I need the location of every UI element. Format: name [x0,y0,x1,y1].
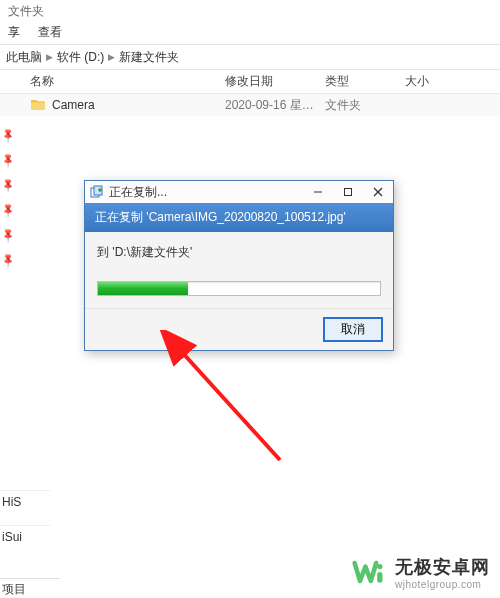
pin-icon: 📌 [0,228,14,243]
pin-icon: 📌 [0,253,14,268]
svg-point-7 [377,564,382,569]
dialog-banner: 正在复制 'Camera\IMG_20200820_100512.jpg' [85,203,393,232]
close-button[interactable] [363,181,393,203]
col-name[interactable]: 名称 [30,73,225,90]
file-type: 文件夹 [325,97,405,114]
sidebar-item[interactable]: iSui [0,525,50,548]
col-size[interactable]: 大小 [405,73,465,90]
svg-rect-8 [377,572,382,583]
progress-bar [97,281,381,296]
watermark-url: wjhotelgroup.com [395,579,490,590]
breadcrumb-part-folder[interactable]: 新建文件夹 [119,49,179,66]
dialog-title: 正在复制... [109,184,303,201]
menu-bar: 享 查看 [0,22,500,44]
watermark-name: 无极安卓网 [395,555,490,579]
svg-line-6 [180,350,280,460]
folder-icon [30,97,46,113]
dialog-footer: 取消 [85,308,393,350]
maximize-button[interactable] [333,181,363,203]
minimize-button[interactable] [303,181,333,203]
chevron-right-icon: ▶ [46,52,53,62]
svg-rect-3 [345,189,352,196]
dialog-titlebar: 正在复制... [85,181,393,203]
pin-icon: 📌 [0,178,14,193]
menu-view[interactable]: 查看 [38,24,62,42]
annotation-arrow [150,330,300,480]
spacer [0,548,50,560]
table-row[interactable]: Camera 2020-09-16 星期… 文件夹 [0,94,500,116]
explorer-window: 文件夹 享 查看 此电脑 ▶ 软件 (D:) ▶ 新建文件夹 名称 修改日期 类… [0,0,500,598]
copy-icon [89,184,105,200]
column-headers: 名称 修改日期 类型 大小 [0,70,500,94]
wuji-logo-icon [351,554,387,590]
spacer [0,513,50,525]
dialog-body: 到 'D:\新建文件夹' [85,232,393,308]
chevron-right-icon: ▶ [108,52,115,62]
copy-dialog: 正在复制... 正在复制 'Camera\IMG_20200820_100512… [84,180,394,351]
breadcrumb-part-drive[interactable]: 软件 (D:) [57,49,104,66]
col-type[interactable]: 类型 [325,73,405,90]
pin-icon: 📌 [0,128,14,143]
window-title: 文件夹 [0,0,500,22]
file-list: Camera 2020-09-16 星期… 文件夹 [0,94,500,116]
watermark: 无极安卓网 wjhotelgroup.com [351,554,490,590]
pin-icon: 📌 [0,203,14,218]
breadcrumb-part-thispc[interactable]: 此电脑 [6,49,42,66]
sidebar-item[interactable]: HiS [0,490,50,513]
file-name: Camera [52,98,225,112]
menu-share[interactable]: 享 [8,24,20,42]
status-bar: 项目 [0,578,60,598]
progress-fill [98,282,188,295]
dialog-destination: 到 'D:\新建文件夹' [97,244,381,261]
breadcrumb: 此电脑 ▶ 软件 (D:) ▶ 新建文件夹 [6,49,179,66]
address-bar[interactable]: 此电脑 ▶ 软件 (D:) ▶ 新建文件夹 [0,44,500,70]
file-date: 2020-09-16 星期… [225,97,325,114]
cancel-button[interactable]: 取消 [323,317,383,342]
quick-access-pins: 📌 📌 📌 📌 📌 📌 [0,130,12,266]
pin-icon: 📌 [0,153,14,168]
sidebar-bottom: HiS iSui [0,490,50,560]
col-date[interactable]: 修改日期 [225,73,325,90]
